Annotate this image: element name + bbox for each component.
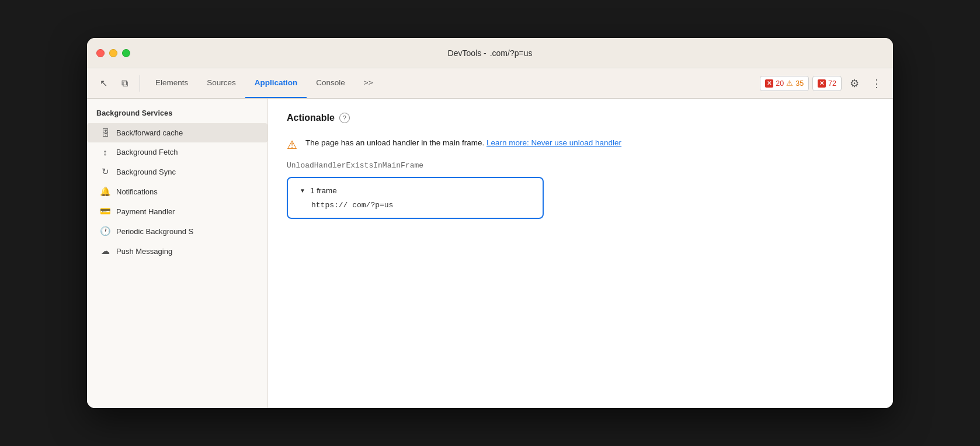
warning-row: ⚠ The page has an unload handler in the … [287, 137, 874, 152]
fullscreen-button[interactable] [122, 49, 130, 57]
sidebar-item-bgfetch-label: Background Fetch [116, 148, 178, 156]
sidebar-item-periodicbg-label: Periodic Background S [116, 227, 193, 236]
periodicbg-icon: 🕐 [100, 226, 110, 236]
frame-count: 1 frame [310, 186, 337, 195]
traffic-lights [96, 49, 130, 57]
notifications-icon: 🔔 [100, 186, 110, 197]
tab-elements[interactable]: Elements [146, 68, 197, 98]
title-url: .com/?p=us [490, 48, 533, 58]
violation-count: 72 [828, 79, 836, 88]
violation-badge-button[interactable]: ✕ 72 [812, 76, 842, 91]
settings-button[interactable]: ⚙ [845, 74, 864, 93]
warning-text: The page has an unload handler in the ma… [305, 137, 621, 149]
content-panel: Actionable ? ⚠ The page has an unload ha… [268, 99, 893, 408]
toolbar-divider [140, 75, 140, 92]
sidebar-item-notifications-label: Notifications [116, 187, 158, 196]
sidebar-item-push[interactable]: ☁ Push Messaging [87, 241, 267, 261]
tab-application[interactable]: Application [245, 68, 307, 98]
tab-sources[interactable]: Sources [197, 68, 245, 98]
sidebar-item-payment[interactable]: 💳 Payment Handler [87, 201, 267, 221]
titlebar: DevTools - .com/?p=us [87, 38, 893, 68]
sidebar-item-payment-label: Payment Handler [116, 207, 175, 216]
sidebar-item-push-label: Push Messaging [116, 247, 172, 256]
sidebar-item-backforward-label: Back/forward cache [116, 128, 183, 137]
main-content: Background Services 🗄 Back/forward cache… [87, 99, 893, 408]
devtools-window: DevTools - .com/?p=us ↖ ⧉ Elements Sourc… [87, 38, 893, 408]
tab-console[interactable]: Console [307, 68, 355, 98]
sidebar-item-bgsync-label: Background Sync [116, 168, 176, 176]
sidebar-section-title: Background Services [87, 99, 267, 123]
toolbar: ↖ ⧉ Elements Sources Application Console… [87, 68, 893, 99]
warning-count: 35 [795, 79, 804, 88]
layers-icon[interactable]: ⧉ [115, 74, 134, 93]
sidebar: Background Services 🗄 Back/forward cache… [87, 99, 268, 408]
warning-triangle-icon: ⚠ [287, 138, 297, 152]
cursor-symbol: ↖ [100, 78, 107, 89]
error-count: 20 [776, 79, 784, 88]
toolbar-tabs: Elements Sources Application Console >> [146, 68, 757, 98]
frame-box: ▼ 1 frame https:// com/?p=us [287, 177, 544, 219]
violation-icon: ✕ [818, 79, 826, 88]
cursor-icon[interactable]: ↖ [94, 74, 113, 93]
frame-row-header[interactable]: ▼ 1 frame [300, 186, 531, 195]
warning-message: The page has an unload handler in the ma… [305, 138, 484, 147]
learn-more-link[interactable]: Learn more: Never use unload handler [486, 138, 621, 147]
frame-triangle-icon: ▼ [300, 187, 305, 194]
payment-icon: 💳 [100, 206, 110, 217]
sidebar-item-periodicbg[interactable]: 🕐 Periodic Background S [87, 221, 267, 241]
error-icon: ✕ [765, 79, 773, 88]
close-button[interactable] [96, 49, 105, 57]
more-icon: ⋮ [871, 77, 882, 90]
push-icon: ☁ [100, 246, 110, 256]
minimize-button[interactable] [109, 49, 117, 57]
tab-more[interactable]: >> [355, 68, 383, 98]
frame-id-label: UnloadHandlerExistsInMainFrame [287, 161, 874, 170]
gear-icon: ⚙ [850, 77, 859, 90]
actionable-title: Actionable [287, 113, 335, 123]
error-badge-button[interactable]: ✕ 20 ⚠ 35 [760, 76, 809, 91]
frame-url: https:// com/?p=us [300, 201, 531, 210]
bgfetch-icon: ↕ [100, 147, 110, 157]
more-button[interactable]: ⋮ [867, 74, 886, 93]
sidebar-item-backforward[interactable]: 🗄 Back/forward cache [87, 123, 267, 142]
backforward-icon: 🗄 [100, 128, 110, 138]
actionable-header: Actionable ? [287, 113, 874, 123]
titlebar-title: DevTools - .com/?p=us [448, 48, 533, 58]
help-icon[interactable]: ? [339, 113, 350, 123]
sidebar-item-bgfetch[interactable]: ↕ Background Fetch [87, 142, 267, 162]
layers-symbol: ⧉ [121, 78, 128, 89]
toolbar-right: ✕ 20 ⚠ 35 ✕ 72 ⚙ ⋮ [760, 74, 886, 93]
sidebar-item-notifications[interactable]: 🔔 Notifications [87, 182, 267, 201]
warning-icon: ⚠ [786, 79, 793, 88]
sidebar-item-bgsync[interactable]: ↻ Background Sync [87, 162, 267, 182]
bgsync-icon: ↻ [100, 166, 110, 177]
title-devtools: DevTools - [448, 48, 486, 58]
